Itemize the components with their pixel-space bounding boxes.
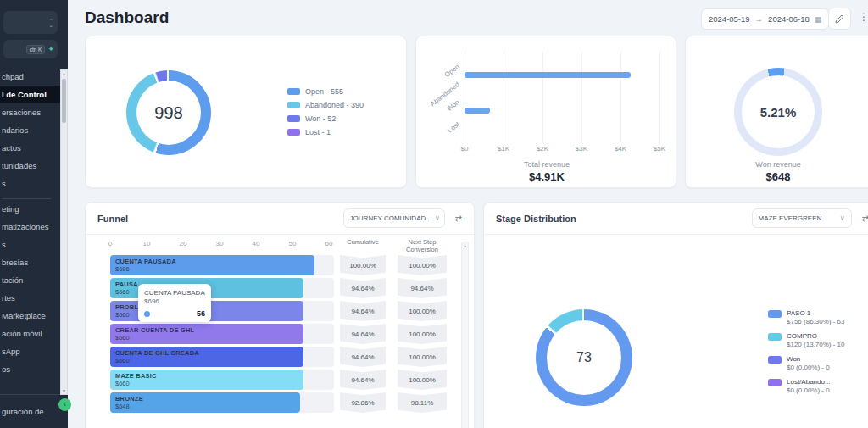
- swap-icon[interactable]: ⇄: [455, 214, 462, 223]
- legend-label: Won - 52: [305, 114, 336, 123]
- series-dot-icon: [144, 311, 150, 317]
- cumulative-value: 94.64%: [340, 324, 386, 344]
- x-tick-label: $3K: [576, 145, 587, 153]
- sidebar-scrollbar[interactable]: ▲ ▼: [60, 69, 68, 395]
- stage-legend-label: Won: [787, 355, 830, 363]
- stage-legend-text: Lost/Abando...$0 (0.00%) - 0: [787, 378, 831, 394]
- cumulative-value: 94.64%: [340, 347, 386, 367]
- ai-sparkle-icon: ✦: [47, 45, 54, 53]
- funnel-row-0: CUENTA PAUSADA$696: [110, 255, 334, 275]
- funnel-step-value: $648: [115, 403, 300, 410]
- funnel-x-tick: 60: [326, 240, 333, 247]
- sidebar-item-b5[interactable]: rtes: [0, 289, 60, 307]
- total-revenue-card: $0$1K$2K$3K$4K$5KOpenAbandonedWonLost To…: [415, 36, 676, 188]
- stage-legend-detail: $756 (86.30%) - 63: [787, 318, 845, 325]
- sidebar-item-b0[interactable]: eting: [0, 200, 60, 218]
- funnel-cumulative-column: 100.00%94.64%94.64%94.64%94.64%94.64%92.…: [340, 255, 386, 415]
- funnel-row-4: CUENTA DE GHL CREADA$660: [110, 347, 334, 367]
- funnel-x-tick: 50: [289, 240, 297, 247]
- funnel-x-tick: 0: [108, 240, 112, 247]
- swap-icon[interactable]: ⇄: [862, 214, 868, 223]
- legend-swatch-icon: [768, 310, 782, 318]
- funnel-next-step-column: 100.00%94.64%100.00%100.00%100.00%100.00…: [398, 255, 447, 415]
- sidebar-item-5[interactable]: tunidades: [0, 157, 60, 175]
- next-step-value: 100.00%: [398, 370, 447, 390]
- stage-pipeline-select[interactable]: MAZE EVERGREEN ∨: [752, 208, 852, 228]
- sidebar-nav-secondary: etingmatizacionessbresíastaciónrtesMarke…: [0, 200, 60, 378]
- sidebar-collapse-button[interactable]: ‹: [58, 398, 71, 411]
- legend-item-3: Lost - 1: [287, 128, 364, 136]
- scrollbar-thumb[interactable]: [62, 79, 66, 123]
- sidebar-item-b1[interactable]: matizaciones: [0, 218, 60, 236]
- sidebar-item-4[interactable]: actos: [0, 139, 60, 157]
- sidebar-item-0[interactable]: chpad: [0, 68, 60, 86]
- sidebar-item-2[interactable]: ersaciones: [0, 103, 60, 121]
- funnel-bar[interactable]: MAZE BASIC$660: [110, 370, 303, 390]
- sidebar-item-settings[interactable]: guración de: [2, 407, 44, 416]
- funnel-row-6: BRONZE$648: [110, 392, 334, 413]
- x-tick-label: $0: [461, 145, 469, 153]
- funnel-bar[interactable]: CUENTA DE GHL CREADA$660: [110, 347, 303, 367]
- funnel-step-value: $696: [115, 265, 314, 273]
- funnel-tooltip: CUENTA PAUSADA $696 56: [138, 284, 211, 322]
- edit-dashboard-button[interactable]: [828, 8, 851, 30]
- x-tick-label: $5K: [654, 145, 665, 153]
- x-tick-label: $2K: [537, 145, 548, 153]
- gridline: [504, 52, 504, 143]
- sidebar-item-1[interactable]: l de Control: [0, 86, 60, 103]
- next-step-value: 100.00%: [398, 255, 447, 275]
- next-step-value: 98.11%: [398, 392, 447, 413]
- revenue-bar[interactable]: [465, 108, 490, 114]
- legend-swatch-icon: [768, 379, 782, 386]
- funnel-bar[interactable]: CREAR CUENTA DE GHL$660: [110, 324, 303, 344]
- funnel-x-tick: 40: [253, 240, 260, 247]
- opportunities-total: 998: [154, 103, 182, 123]
- won-revenue-gauge[interactable]: 5.21%: [734, 68, 822, 156]
- date-range-picker[interactable]: 2024-05-19 → 2024-06-18 ▦: [701, 8, 829, 30]
- sidebar-item-b9[interactable]: os: [0, 360, 60, 378]
- sidebar-item-b2[interactable]: s: [0, 236, 60, 253]
- column-header-cumulative: Cumulative: [340, 238, 386, 246]
- stage-donut-chart[interactable]: 73: [536, 309, 632, 406]
- stage-title: Stage Distribution: [496, 214, 752, 224]
- stage-total: 73: [576, 350, 592, 365]
- sidebar-item-b7[interactable]: ación móvil: [0, 325, 60, 342]
- funnel-pipeline-select[interactable]: JOURNEY COMUNIDAD... ∨: [343, 208, 445, 228]
- legend-item-2: Won - 52: [287, 114, 364, 123]
- funnel-step-name: CREAR CUENTA DE GHL: [115, 326, 303, 334]
- sidebar-item-b6[interactable]: Marketplace: [0, 307, 60, 325]
- scroll-up-icon[interactable]: ▲: [61, 70, 67, 77]
- gridline: [659, 52, 660, 143]
- legend-swatch-icon: [287, 88, 300, 95]
- won-value: $648: [710, 170, 846, 183]
- sidebar-item-b3[interactable]: bresías: [0, 253, 60, 271]
- sidebar-item-3[interactable]: ndarios: [0, 121, 60, 139]
- chevron-down-icon: ∨: [435, 214, 440, 222]
- sidebar-item-6[interactable]: s: [0, 175, 60, 192]
- cumulative-value: 94.64%: [340, 370, 386, 390]
- revenue-bar[interactable]: [465, 72, 631, 78]
- funnel-step-value: $660: [115, 357, 303, 364]
- sidebar-item-b8[interactable]: sApp: [0, 342, 60, 360]
- column-header-next-step: Next StepConversion: [396, 238, 448, 254]
- gridline: [542, 52, 543, 143]
- funnel-bar[interactable]: CUENTA PAUSADA$696: [110, 255, 314, 275]
- legend-swatch-icon: [287, 102, 300, 108]
- stage-legend-detail: $0 (0.00%) - 0: [787, 364, 830, 371]
- opportunities-status-card: 998 Open - 555Abandoned - 390Won - 52Los…: [85, 36, 407, 188]
- tooltip-step-count: 56: [197, 309, 205, 318]
- chevron-updown-icon: ⌃⌄: [48, 19, 53, 27]
- funnel-scrollbar[interactable]: ▲: [461, 242, 469, 428]
- search-input[interactable]: ctrl K ✦: [3, 40, 58, 58]
- opportunities-donut-chart[interactable]: 998: [126, 70, 211, 155]
- more-options-icon[interactable]: ⋮: [859, 11, 868, 23]
- scroll-up-icon[interactable]: ▲: [462, 242, 468, 249]
- sidebar-item-b4[interactable]: tación: [0, 271, 60, 289]
- funnel-bar[interactable]: BRONZE$648: [110, 392, 300, 413]
- stage-header: Stage Distribution MAZE EVERGREEN ∨ ⇄: [484, 203, 868, 235]
- scroll-down-icon[interactable]: ▼: [61, 387, 67, 394]
- account-switcher[interactable]: ⌃⌄: [3, 11, 58, 34]
- stage-legend-text: COMPRO$120 (13.70%) - 10: [787, 332, 845, 348]
- revenue-value: $4.91K: [479, 170, 615, 183]
- funnel-row-5: MAZE BASIC$660: [110, 370, 334, 390]
